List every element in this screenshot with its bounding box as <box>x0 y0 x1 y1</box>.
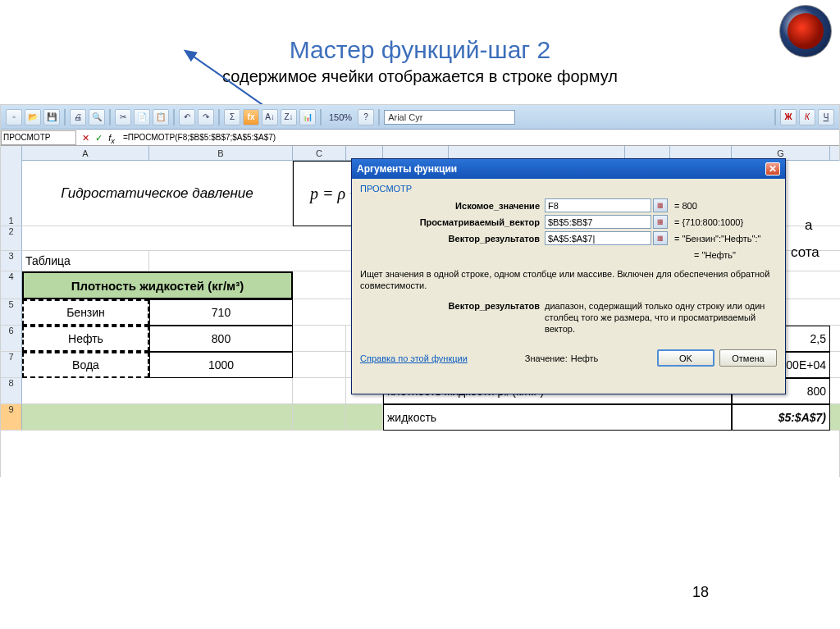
slide-subtitle: содержимое ячейки отображается в строке … <box>0 67 840 86</box>
formula-bar: ПРОСМОТР ✕ ✓ fx <box>1 130 839 146</box>
zoom-value[interactable]: 150% <box>329 112 352 122</box>
dialog-desc2-bold: Вектор_результатов <box>360 300 545 335</box>
tb-copy-icon[interactable]: 📄 <box>134 109 150 125</box>
row-5[interactable]: 5 <box>1 299 22 326</box>
dialog-desc2: диапазон, содержащий только одну строку … <box>545 300 777 335</box>
logo-badge <box>779 5 832 57</box>
close-icon[interactable]: ✕ <box>765 162 780 175</box>
fragment-a: а <box>805 217 812 234</box>
cancel-button[interactable]: Отмена <box>719 349 777 367</box>
tb-help-icon[interactable]: ? <box>358 109 374 125</box>
tb-open-icon[interactable]: 📂 <box>25 109 41 125</box>
col-A[interactable]: A <box>22 146 149 161</box>
select-all-corner[interactable] <box>1 146 22 161</box>
tb-italic-icon[interactable]: К <box>799 109 815 125</box>
range-select-icon[interactable]: ▦ <box>653 215 668 229</box>
dialog-result: = "Нефть" <box>694 250 736 260</box>
font-select[interactable] <box>384 110 515 125</box>
arg2-label: Просматриваемый_вектор <box>360 217 545 227</box>
row-8[interactable]: 8 <box>1 378 22 404</box>
cell-heading[interactable]: Гидростатическое давление <box>22 161 293 226</box>
tb-paste-icon[interactable]: 📋 <box>153 109 169 125</box>
arg2-input[interactable] <box>545 215 651 229</box>
col-C[interactable]: C <box>293 146 346 161</box>
accept-formula-icon[interactable]: ✓ <box>93 132 104 144</box>
formula-input[interactable] <box>121 133 839 142</box>
arg1-input[interactable] <box>545 198 651 212</box>
arg2-preview: = {710:800:1000} <box>674 217 743 227</box>
row-4[interactable]: 4 <box>1 271 22 299</box>
col-blank6[interactable] <box>830 146 840 161</box>
arg3-preview: = "Бензин":"Нефть":" <box>674 234 760 244</box>
tb-preview-icon[interactable]: 🔍 <box>89 109 105 125</box>
tb-sort-asc-icon[interactable]: A↓ <box>262 109 278 125</box>
row-6[interactable]: 6 <box>1 326 22 352</box>
range-select-icon[interactable]: ▦ <box>653 198 668 212</box>
function-arguments-dialog: Аргументы функции ✕ ПРОСМОТР Искомое_зна… <box>351 158 786 394</box>
cell-neft[interactable]: Нефть <box>22 326 149 352</box>
arg3-input[interactable] <box>545 231 651 245</box>
tb-sort-desc-icon[interactable]: Z↓ <box>281 109 297 125</box>
range-select-icon[interactable]: ▦ <box>653 231 668 245</box>
ok-button[interactable]: OK <box>657 349 714 367</box>
toolbar: ▫ 📂 💾 🖨 🔍 ✂ 📄 📋 ↶ ↷ Σ fx A↓ Z↓ 📊 150% ? … <box>1 105 839 130</box>
arg1-label: Искомое_значение <box>360 201 545 211</box>
row-2[interactable]: 2 <box>1 226 22 251</box>
cell-liquid-val[interactable]: $5:$A$7) <box>732 404 830 431</box>
cell-voda[interactable]: Вода <box>22 352 149 378</box>
arg3-label: Вектор_результатов <box>360 234 545 244</box>
dialog-value: Нефть <box>571 353 599 363</box>
dialog-desc1: Ищет значения в одной строке, одном стол… <box>360 268 777 292</box>
slide-title: Мастер функций-шаг 2 <box>0 36 840 64</box>
tb-underline-icon[interactable]: Ч <box>818 109 834 125</box>
arg1-preview: = 800 <box>674 201 697 211</box>
name-box[interactable]: ПРОСМОТР <box>1 130 76 145</box>
cell-label-table[interactable]: Таблица <box>22 251 149 271</box>
dialog-value-label: Значение: <box>525 353 568 363</box>
cell-benzin[interactable]: Бензин <box>22 299 149 326</box>
tb-new-icon[interactable]: ▫ <box>6 109 22 125</box>
dialog-title: Аргументы функции <box>357 163 457 175</box>
tb-undo-icon[interactable]: ↶ <box>179 109 195 125</box>
row-1[interactable]: 1 <box>1 161 22 226</box>
tb-sum-icon[interactable]: Σ <box>224 109 240 125</box>
tb-fx-icon[interactable]: fx <box>243 109 259 125</box>
tb-print-icon[interactable]: 🖨 <box>70 109 86 125</box>
tb-cut-icon[interactable]: ✂ <box>115 109 131 125</box>
cell-density-header[interactable]: Плотность жидкостей (кг/м³) <box>22 271 293 299</box>
cell-voda-val[interactable]: 1000 <box>149 352 293 378</box>
dialog-function-name: ПРОСМОТР <box>360 184 777 194</box>
row-7[interactable]: 7 <box>1 352 22 378</box>
dialog-help-link[interactable]: Справка по этой функции <box>360 353 468 363</box>
cell-liquid-label[interactable]: жидкость <box>383 404 732 431</box>
cancel-formula-icon[interactable]: ✕ <box>80 132 91 144</box>
page-number: 18 <box>692 584 709 601</box>
fx-icon[interactable]: fx <box>106 132 117 144</box>
row-9[interactable]: 9 <box>1 404 22 431</box>
dialog-titlebar[interactable]: Аргументы функции ✕ <box>352 159 785 179</box>
tb-save-icon[interactable]: 💾 <box>43 109 60 125</box>
tb-redo-icon[interactable]: ↷ <box>198 109 214 125</box>
col-B[interactable]: B <box>149 146 293 161</box>
row-3[interactable]: 3 <box>1 251 22 271</box>
fragment-sota: сота <box>791 244 819 261</box>
cell-neft-val[interactable]: 800 <box>149 326 293 352</box>
cell-benzin-val[interactable]: 710 <box>149 299 293 326</box>
tb-bold-icon[interactable]: Ж <box>780 109 797 125</box>
tb-chart-icon[interactable]: 📊 <box>299 109 316 125</box>
